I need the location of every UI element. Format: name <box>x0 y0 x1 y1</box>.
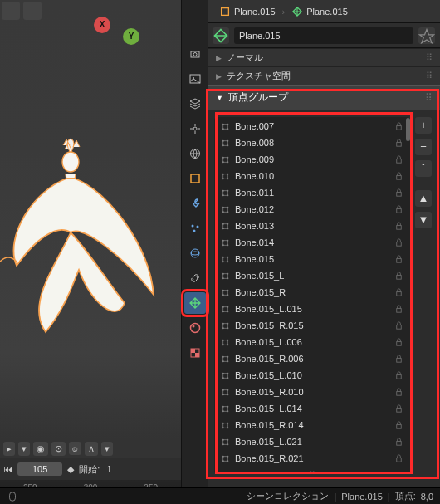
vertex-group-row[interactable]: Bone.015_L.014 <box>214 400 410 417</box>
vertex-group-row[interactable]: Bone.015_R.014 <box>214 417 410 433</box>
remove-group-button[interactable]: − <box>415 139 432 155</box>
vertex-group-name[interactable]: Bone.015_L.010 <box>235 370 389 380</box>
vertex-group-name[interactable]: Bone.015_R.021 <box>235 453 389 463</box>
nav-gizmo[interactable]: X Y <box>119 0 169 50</box>
breadcrumb-object[interactable]: Plane.015 <box>219 6 276 17</box>
tab-render[interactable] <box>184 43 206 65</box>
vertex-group-row[interactable]: Bone.015_L.010 <box>214 367 410 384</box>
vertex-group-row[interactable]: Bone.015_R.006 <box>214 350 410 367</box>
vertex-group-name[interactable]: Bone.010 <box>235 171 389 181</box>
tab-mesh-data[interactable] <box>184 292 206 314</box>
chevron-down-icon[interactable]: ▾ <box>101 442 113 456</box>
tab-constraints[interactable] <box>184 267 206 289</box>
keyframe-icon[interactable]: ◆ <box>67 464 74 475</box>
pivot-icon[interactable]: ⊙ <box>51 442 66 456</box>
lock-icon[interactable] <box>394 172 403 181</box>
lock-icon[interactable] <box>394 272 403 281</box>
vertex-group-name[interactable]: Bone.015_L.006 <box>235 337 389 347</box>
lock-icon[interactable] <box>394 188 403 198</box>
vertex-group-row[interactable]: Bone.015_R <box>214 284 410 301</box>
tab-modifiers[interactable] <box>184 193 206 214</box>
lock-icon[interactable] <box>394 288 403 297</box>
lock-icon[interactable] <box>394 321 403 330</box>
vertex-group-name[interactable]: Bone.015_L <box>235 271 389 281</box>
vertex-group-row[interactable]: Bone.015_R.015 <box>214 317 410 334</box>
vertex-group-row[interactable]: Bone.009 <box>214 151 410 168</box>
vertex-group-name[interactable]: Bone.015_R.010 <box>235 387 389 397</box>
tab-output[interactable] <box>184 68 206 90</box>
vertex-group-name[interactable]: Bone.015 <box>235 254 389 264</box>
tab-particles[interactable] <box>184 218 206 239</box>
lock-icon[interactable] <box>394 122 403 131</box>
vertex-group-name[interactable]: Bone.015_R.014 <box>235 420 389 430</box>
breadcrumb-mesh[interactable]: Plane.015 <box>291 6 348 17</box>
start-value[interactable]: 1 <box>106 464 111 474</box>
lock-icon[interactable] <box>394 371 403 380</box>
lock-icon[interactable] <box>394 338 403 347</box>
lock-icon[interactable] <box>394 139 403 148</box>
tab-world[interactable] <box>184 143 206 164</box>
vertex-group-name[interactable]: Bone.008 <box>235 138 389 148</box>
lock-icon[interactable] <box>394 255 403 264</box>
tab-texture[interactable] <box>184 342 206 364</box>
vertex-group-row[interactable]: Bone.015 <box>214 251 410 267</box>
current-frame-field[interactable]: 105 <box>17 462 62 476</box>
vertex-group-row[interactable]: Bone.011 <box>214 184 410 201</box>
vertex-group-row[interactable]: Bone.010 <box>214 168 410 184</box>
vertex-groups-header[interactable]: ▼ 頂点グループ ⠿ <box>208 85 440 110</box>
lock-icon[interactable] <box>394 238 403 247</box>
lock-icon[interactable] <box>394 388 403 397</box>
vertex-group-row[interactable]: Bone.015_L.015 <box>214 301 410 317</box>
lock-icon[interactable] <box>394 155 403 164</box>
vertex-group-name[interactable]: Bone.015_L.014 <box>235 404 389 413</box>
pointer-icon[interactable]: ▸ <box>3 442 15 456</box>
viewport-menu-icon[interactable] <box>23 2 42 20</box>
lock-icon[interactable] <box>394 404 403 413</box>
axis-y-icon[interactable]: Y <box>123 28 139 45</box>
cursor-icon[interactable]: ◉ <box>33 442 48 456</box>
vertex-group-name[interactable]: Bone.012 <box>235 204 389 214</box>
vertex-group-row[interactable]: Bone.008 <box>214 135 410 151</box>
vertex-group-row[interactable]: Bone.015_L <box>214 267 410 284</box>
normals-panel-header[interactable]: ▶ ノーマル ⠿ <box>208 48 440 66</box>
lock-icon[interactable] <box>394 222 403 231</box>
lock-icon[interactable] <box>394 438 403 447</box>
tab-object[interactable] <box>184 168 206 189</box>
vertex-group-name[interactable]: Bone.015_R.015 <box>235 321 389 330</box>
vertex-group-row[interactable]: Bone.012 <box>214 201 410 218</box>
lock-icon[interactable] <box>394 205 403 214</box>
vertex-group-name[interactable]: Bone.009 <box>235 154 389 164</box>
vertex-groups-list[interactable]: Bone.007Bone.008Bone.009Bone.010Bone.011… <box>214 117 410 474</box>
vertex-group-name[interactable]: Bone.011 <box>235 188 389 198</box>
axis-x-icon[interactable]: X <box>94 17 110 33</box>
mesh-name-input[interactable] <box>234 27 413 44</box>
add-group-button[interactable]: + <box>415 117 432 134</box>
move-down-button[interactable]: ▼ <box>415 212 432 228</box>
tab-material[interactable] <box>184 317 206 339</box>
group-menu-button[interactable]: ˇ <box>415 160 432 177</box>
vertex-group-row[interactable]: Bone.015_R.021 <box>214 450 410 467</box>
vertex-group-name[interactable]: Bone.015_R.006 <box>235 354 389 364</box>
vertex-group-row[interactable]: Bone.007 <box>214 118 410 135</box>
vertex-group-name[interactable]: Bone.015_L.021 <box>235 437 389 447</box>
tab-scene[interactable] <box>184 118 206 139</box>
tab-view-layer[interactable] <box>184 93 206 115</box>
vertex-group-name[interactable]: Bone.015_R <box>235 287 389 297</box>
lock-icon[interactable] <box>394 305 403 314</box>
move-up-button[interactable]: ▲ <box>415 190 432 207</box>
vertex-group-row[interactable]: Bone.014 <box>214 234 410 251</box>
magnet-icon[interactable]: ⌾ <box>69 442 81 455</box>
object-mode-icon[interactable] <box>2 2 20 20</box>
texspace-panel-header[interactable]: ▶ テクスチャ空間 ⠿ <box>208 66 440 85</box>
vertex-group-name[interactable]: Bone.007 <box>235 121 389 131</box>
lock-icon[interactable] <box>394 454 403 463</box>
list-grip[interactable]: ⠿ <box>214 467 410 474</box>
view-dropdown-icon[interactable]: ▾ <box>18 442 30 456</box>
vertex-group-row[interactable]: Bone.015_L.006 <box>214 334 410 350</box>
vertex-group-row[interactable]: Bone.015_L.021 <box>214 433 410 450</box>
fake-user-icon[interactable] <box>418 27 435 44</box>
lock-icon[interactable] <box>394 355 403 364</box>
vertex-group-name[interactable]: Bone.014 <box>235 237 389 247</box>
viewport-3d[interactable]: X Y ▸ ▾ ◉ ⊙ ⌾ ∧ ▾ <box>0 0 182 504</box>
vertex-group-name[interactable]: Bone.013 <box>235 221 389 231</box>
